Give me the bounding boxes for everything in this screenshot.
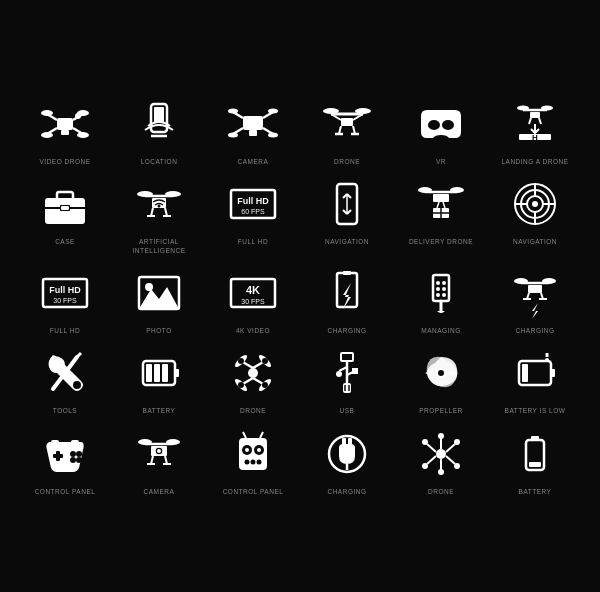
navigation-phone-icon bbox=[319, 176, 375, 232]
charging-icon bbox=[319, 265, 375, 321]
svg-point-163 bbox=[166, 439, 180, 445]
icon-cell-battery2: BATTERY bbox=[490, 426, 580, 496]
svg-point-176 bbox=[251, 459, 256, 464]
svg-point-34 bbox=[323, 108, 339, 114]
navigation-phone-label: NAVIGATION bbox=[325, 238, 369, 246]
charging3-icon bbox=[319, 426, 375, 482]
svg-point-174 bbox=[257, 448, 261, 452]
charging3-label: CHARGING bbox=[327, 488, 366, 496]
location-icon bbox=[131, 96, 187, 152]
svg-text:30 FPS: 30 FPS bbox=[53, 297, 77, 304]
svg-point-162 bbox=[138, 439, 152, 445]
svg-point-154 bbox=[70, 451, 76, 457]
fullhd-60-icon: Full HD 60 FPS bbox=[225, 176, 281, 232]
svg-rect-99 bbox=[433, 275, 449, 301]
svg-point-184 bbox=[436, 449, 446, 459]
control-panel2-label: CONTROL PANEL bbox=[223, 488, 284, 496]
svg-point-151 bbox=[545, 358, 549, 362]
charging2-icon bbox=[507, 265, 563, 321]
svg-point-104 bbox=[436, 293, 440, 297]
icon-cell-tools: TOOLS bbox=[20, 345, 110, 415]
svg-point-60 bbox=[158, 205, 161, 208]
svg-marker-98 bbox=[343, 283, 351, 309]
camera-icon bbox=[225, 96, 281, 152]
tools-label: TOOLS bbox=[53, 407, 77, 415]
svg-line-165 bbox=[165, 456, 167, 464]
managing-icon bbox=[413, 265, 469, 321]
svg-marker-91 bbox=[139, 287, 179, 309]
svg-text:30 FPS: 30 FPS bbox=[241, 298, 265, 305]
fullhd-30-label: FULL HD bbox=[50, 327, 80, 335]
icon-cell-charging2: CHARGING bbox=[490, 265, 580, 335]
svg-rect-15 bbox=[243, 116, 263, 130]
managing-label: MANAGING bbox=[421, 327, 460, 335]
ai-icon bbox=[131, 176, 187, 232]
svg-point-175 bbox=[245, 459, 250, 464]
icon-cell-propeller: PROPELLER bbox=[396, 345, 486, 415]
drone2-icon bbox=[225, 345, 281, 401]
svg-line-191 bbox=[446, 444, 455, 452]
svg-line-164 bbox=[151, 456, 153, 464]
svg-point-108 bbox=[514, 278, 528, 284]
svg-line-178 bbox=[243, 432, 246, 438]
svg-point-140 bbox=[336, 371, 342, 377]
svg-point-155 bbox=[76, 451, 82, 457]
svg-rect-51 bbox=[61, 206, 69, 210]
svg-point-22 bbox=[228, 108, 238, 113]
icon-cell-navigation-phone: NAVIGATION bbox=[302, 176, 392, 255]
svg-marker-114 bbox=[532, 303, 538, 319]
camera2-label: CAMERA bbox=[144, 488, 175, 496]
svg-point-134 bbox=[238, 382, 244, 388]
svg-point-192 bbox=[454, 439, 460, 445]
svg-point-101 bbox=[442, 281, 446, 285]
propeller-label: PROPELLER bbox=[419, 407, 463, 415]
svg-point-23 bbox=[268, 108, 278, 113]
svg-point-109 bbox=[542, 278, 556, 284]
svg-point-190 bbox=[422, 439, 428, 445]
icon-cell-charging3: CHARGING bbox=[302, 426, 392, 496]
svg-point-35 bbox=[355, 108, 371, 114]
svg-point-188 bbox=[438, 469, 444, 475]
svg-rect-120 bbox=[146, 364, 152, 382]
location-label: LOCATION bbox=[141, 158, 178, 166]
svg-rect-142 bbox=[343, 383, 351, 393]
svg-rect-159 bbox=[71, 440, 79, 444]
battery2-label: BATTERY bbox=[519, 488, 552, 496]
battery-low-icon bbox=[507, 345, 563, 401]
navigation-target-label: NAVIGATION bbox=[513, 238, 557, 246]
icon-cell-managing: MANAGING bbox=[396, 265, 486, 335]
icon-cell-landing-drone: H LANDING A DRONE bbox=[490, 96, 580, 166]
svg-line-189 bbox=[427, 444, 436, 452]
svg-point-40 bbox=[517, 105, 529, 110]
svg-rect-0 bbox=[57, 118, 73, 130]
icon-cell-usb: USB bbox=[302, 345, 392, 415]
fullhd-30-icon: Full HD 30 FPS bbox=[37, 265, 93, 321]
svg-point-41 bbox=[541, 105, 553, 110]
icon-cell-battery-low: BATTERY IS LOW bbox=[490, 345, 580, 415]
drone-label: DRONE bbox=[334, 158, 360, 166]
svg-point-55 bbox=[165, 191, 181, 197]
svg-line-193 bbox=[427, 456, 436, 464]
svg-rect-170 bbox=[239, 438, 267, 470]
icon-cell-control-panel: CONTROL PANEL bbox=[20, 426, 110, 496]
drone3-icon bbox=[413, 426, 469, 482]
svg-point-73 bbox=[450, 187, 464, 193]
svg-point-105 bbox=[442, 293, 446, 297]
icon-cell-photo: PHOTO bbox=[114, 265, 204, 335]
icon-cell-charging: CHARGING bbox=[302, 265, 392, 335]
drone2-label: DRONE bbox=[240, 407, 266, 415]
svg-rect-71 bbox=[433, 194, 449, 202]
icon-cell-4k: 4K 30 FPS 4K VIDEO bbox=[208, 265, 298, 335]
svg-point-186 bbox=[438, 433, 444, 439]
svg-line-57 bbox=[165, 208, 167, 216]
icon-grid: VIDEO DRONE LOCATION bbox=[10, 76, 590, 517]
svg-line-195 bbox=[446, 456, 455, 464]
svg-text:60 FPS: 60 FPS bbox=[241, 208, 265, 215]
svg-text:H: H bbox=[532, 133, 538, 142]
control-panel-label: CONTROL PANEL bbox=[35, 488, 96, 496]
svg-rect-158 bbox=[51, 440, 59, 444]
icon-cell-battery: BATTERY bbox=[114, 345, 204, 415]
ai-label: ARTIFICIAL INTELLIGENCE bbox=[124, 238, 194, 255]
svg-line-117 bbox=[77, 353, 81, 357]
propeller-icon bbox=[413, 345, 469, 401]
